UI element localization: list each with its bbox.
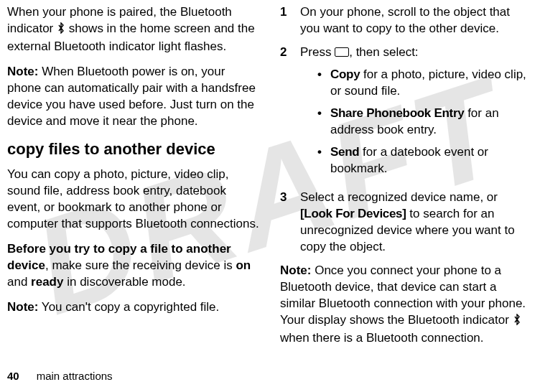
step-3: 3 Select a recognized device name, or [L… — [280, 190, 533, 256]
copyright-note: Note: You can't copy a copyrighted file. — [7, 299, 260, 316]
menu-option: [Look For Devices] — [300, 207, 406, 220]
section-heading-copy-files: copy files to another device — [7, 139, 260, 160]
step-number: 1 — [280, 4, 300, 37]
left-column: When your phone is paired, the Bluetooth… — [7, 4, 260, 355]
text: in discoverable mode. — [63, 275, 185, 289]
step-body: On your phone, scroll to the object that… — [300, 4, 533, 37]
step-2: 2 Press , then select: • Copy for a phot… — [280, 45, 533, 183]
text: Select a recognized device name, or — [300, 190, 498, 204]
text: Once you connect your phone to a Bluetoo… — [280, 263, 526, 327]
text: and — [7, 275, 31, 289]
bullet-marker: • — [317, 106, 330, 139]
right-column: 1 On your phone, scroll to the object th… — [280, 4, 533, 355]
paired-paragraph: When your phone is paired, the Bluetooth… — [7, 4, 260, 55]
bullet-body: Share Phonebook Entry for an address boo… — [330, 106, 533, 139]
menu-option: Copy — [330, 67, 360, 81]
note-label: Note: — [7, 300, 38, 314]
connection-note: Note: Once you connect your phone to a B… — [280, 263, 533, 347]
menu-option: Send — [330, 145, 359, 159]
page-body: When your phone is paired, the Bluetooth… — [0, 0, 540, 355]
bullet-body: Send for a datebook event or bookmark. — [330, 144, 533, 177]
page-number: 40 — [7, 370, 19, 382]
auto-pair-note: Note: When Bluetooth power is on, your p… — [7, 64, 260, 130]
bluetooth-icon — [513, 314, 521, 330]
section-name: main attractions — [37, 370, 113, 382]
text: You can't copy a copyrighted file. — [38, 300, 219, 314]
text: , then select: — [349, 45, 418, 59]
text: for a photo, picture, video clip, or sou… — [330, 67, 526, 98]
before-copy-paragraph: Before you try to copy a file to another… — [7, 241, 260, 291]
text: on — [236, 258, 251, 272]
menu-key-icon — [335, 47, 349, 57]
note-label: Note: — [280, 263, 311, 277]
step-number: 3 — [280, 190, 300, 256]
bullet-marker: • — [317, 144, 330, 177]
bullet-copy: • Copy for a photo, picture, video clip,… — [317, 67, 533, 100]
bullet-marker: • — [317, 67, 330, 100]
step-body: Select a recognized device name, or [Loo… — [300, 190, 533, 256]
page-footer: 40main attractions — [7, 370, 113, 382]
bullet-body: Copy for a photo, picture, video clip, o… — [330, 67, 533, 100]
menu-option: Share Phonebook Entry — [330, 106, 464, 120]
step-1: 1 On your phone, scroll to the object th… — [280, 4, 533, 37]
bullet-send: • Send for a datebook event or bookmark. — [317, 144, 533, 177]
copy-intro-paragraph: You can copy a photo, picture, video cli… — [7, 167, 260, 233]
step-body: Press , then select: • Copy for a photo,… — [300, 45, 533, 183]
bullet-share-phonebook: • Share Phonebook Entry for an address b… — [317, 106, 533, 139]
step-number: 2 — [280, 45, 300, 183]
bluetooth-icon — [57, 22, 65, 39]
text: Press — [300, 45, 335, 59]
text: , make sure the receiving device is — [45, 258, 236, 272]
text: When Bluetooth power is on, your phone c… — [7, 65, 256, 128]
note-label: Note: — [7, 65, 38, 78]
text: ready — [31, 275, 63, 289]
text: when there is a Bluetooth connection. — [280, 331, 484, 345]
